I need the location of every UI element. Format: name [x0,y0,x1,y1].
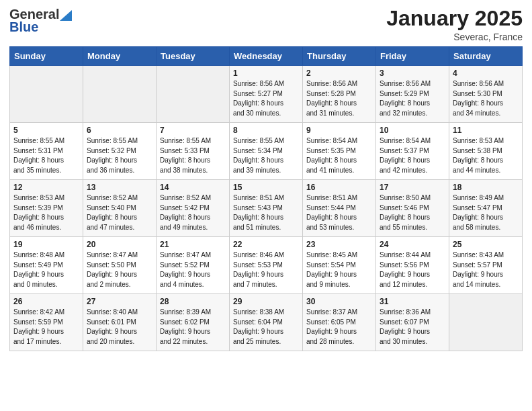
calendar-cell-w1-d7: 4Sunrise: 8:56 AMSunset: 5:30 PMDaylight… [449,66,523,123]
col-friday: Friday [376,47,449,66]
col-sunday: Sunday [10,47,83,66]
day-number: 3 [380,68,445,78]
calendar-cell-w5-d4: 29Sunrise: 8:38 AMSunset: 6:04 PMDayligh… [230,294,303,351]
calendar-cell-w4-d3: 21Sunrise: 8:47 AMSunset: 5:52 PMDayligh… [157,237,230,294]
day-info: Sunrise: 8:55 AMSunset: 5:34 PMDaylight:… [233,136,299,175]
day-number: 22 [233,240,299,249]
day-number: 9 [306,126,372,135]
day-info: Sunrise: 8:56 AMSunset: 5:27 PMDaylight:… [233,79,299,118]
day-number: 23 [306,240,372,249]
logo: General Blue [9,7,73,35]
day-number: 1 [233,68,299,78]
calendar-cell-w3-d1: 12Sunrise: 8:53 AMSunset: 5:39 PMDayligh… [10,180,83,237]
calendar-cell-w3-d3: 14Sunrise: 8:52 AMSunset: 5:42 PMDayligh… [157,180,230,237]
calendar-table: Sunday Monday Tuesday Wednesday Thursday… [9,46,523,351]
day-info: Sunrise: 8:49 AMSunset: 5:47 PMDaylight:… [453,193,519,232]
col-monday: Monday [83,47,157,66]
week-row-2: 5Sunrise: 8:55 AMSunset: 5:31 PMDaylight… [10,123,523,180]
calendar-cell-w1-d4: 1Sunrise: 8:56 AMSunset: 5:27 PMDaylight… [230,66,303,123]
location: Severac, France [386,32,523,42]
day-info: Sunrise: 8:38 AMSunset: 6:04 PMDaylight:… [233,308,299,347]
calendar-cell-w1-d2 [83,66,157,123]
day-info: Sunrise: 8:39 AMSunset: 6:02 PMDaylight:… [160,308,226,347]
month-title: January 2025 [386,7,523,30]
calendar-cell-w3-d2: 13Sunrise: 8:52 AMSunset: 5:40 PMDayligh… [83,180,157,237]
day-number: 20 [87,240,152,249]
calendar-cell-w4-d1: 19Sunrise: 8:48 AMSunset: 5:49 PMDayligh… [10,237,83,294]
day-info: Sunrise: 8:43 AMSunset: 5:57 PMDaylight:… [453,250,519,289]
day-info: Sunrise: 8:56 AMSunset: 5:28 PMDaylight:… [306,79,372,118]
day-number: 26 [13,297,79,306]
day-number: 29 [233,297,299,306]
week-row-4: 19Sunrise: 8:48 AMSunset: 5:49 PMDayligh… [10,237,523,294]
day-info: Sunrise: 8:44 AMSunset: 5:56 PMDaylight:… [380,250,445,289]
day-info: Sunrise: 8:45 AMSunset: 5:54 PMDaylight:… [306,250,372,289]
calendar-cell-w3-d6: 17Sunrise: 8:50 AMSunset: 5:46 PMDayligh… [376,180,449,237]
calendar-cell-w1-d6: 3Sunrise: 8:56 AMSunset: 5:29 PMDaylight… [376,66,449,123]
day-number: 13 [87,183,152,192]
day-info: Sunrise: 8:42 AMSunset: 5:59 PMDaylight:… [13,308,79,347]
calendar-cell-w5-d7 [449,294,523,351]
day-number: 11 [453,126,519,135]
calendar-cell-w2-d1: 5Sunrise: 8:55 AMSunset: 5:31 PMDaylight… [10,123,83,180]
col-wednesday: Wednesday [230,47,303,66]
day-number: 24 [380,240,445,249]
week-row-3: 12Sunrise: 8:53 AMSunset: 5:39 PMDayligh… [10,180,523,237]
day-info: Sunrise: 8:48 AMSunset: 5:49 PMDaylight:… [13,250,79,289]
logo-blue-text: Blue [9,19,38,35]
calendar-cell-w3-d4: 15Sunrise: 8:51 AMSunset: 5:43 PMDayligh… [230,180,303,237]
day-number: 5 [13,126,79,135]
calendar-cell-w1-d3 [157,66,230,123]
calendar-cell-w2-d6: 10Sunrise: 8:54 AMSunset: 5:37 PMDayligh… [376,123,449,180]
day-number: 27 [87,297,152,306]
calendar-cell-w4-d2: 20Sunrise: 8:47 AMSunset: 5:50 PMDayligh… [83,237,157,294]
day-number: 4 [453,68,519,78]
day-info: Sunrise: 8:56 AMSunset: 5:30 PMDaylight:… [453,79,519,118]
col-saturday: Saturday [449,47,523,66]
day-number: 25 [453,240,519,249]
calendar-cell-w5-d6: 31Sunrise: 8:36 AMSunset: 6:07 PMDayligh… [376,294,449,351]
calendar-cell-w2-d3: 7Sunrise: 8:55 AMSunset: 5:33 PMDaylight… [157,123,230,180]
header: General Blue January 2025 Severac, Franc… [9,7,523,42]
day-number: 19 [13,240,79,249]
calendar-cell-w5-d1: 26Sunrise: 8:42 AMSunset: 5:59 PMDayligh… [10,294,83,351]
calendar-cell-w2-d2: 6Sunrise: 8:55 AMSunset: 5:32 PMDaylight… [83,123,157,180]
day-number: 8 [233,126,299,135]
calendar-cell-w3-d5: 16Sunrise: 8:51 AMSunset: 5:44 PMDayligh… [303,180,376,237]
day-number: 28 [160,297,226,306]
calendar-header-row: Sunday Monday Tuesday Wednesday Thursday… [10,47,523,66]
day-number: 17 [380,183,445,192]
day-info: Sunrise: 8:52 AMSunset: 5:42 PMDaylight:… [160,193,226,232]
week-row-1: 1Sunrise: 8:56 AMSunset: 5:27 PMDaylight… [10,66,523,123]
calendar-cell-w5-d2: 27Sunrise: 8:40 AMSunset: 6:01 PMDayligh… [83,294,157,351]
day-info: Sunrise: 8:54 AMSunset: 5:37 PMDaylight:… [380,136,445,175]
day-number: 21 [160,240,226,249]
calendar-cell-w5-d5: 30Sunrise: 8:37 AMSunset: 6:05 PMDayligh… [303,294,376,351]
day-number: 10 [380,126,445,135]
day-info: Sunrise: 8:54 AMSunset: 5:35 PMDaylight:… [306,136,372,175]
col-thursday: Thursday [303,47,376,66]
calendar-cell-w4-d6: 24Sunrise: 8:44 AMSunset: 5:56 PMDayligh… [376,237,449,294]
calendar-cell-w1-d1 [10,66,83,123]
day-info: Sunrise: 8:47 AMSunset: 5:50 PMDaylight:… [87,250,152,289]
day-number: 31 [380,297,445,306]
day-info: Sunrise: 8:40 AMSunset: 6:01 PMDaylight:… [87,308,152,347]
day-info: Sunrise: 8:53 AMSunset: 5:38 PMDaylight:… [453,136,519,175]
day-info: Sunrise: 8:55 AMSunset: 5:33 PMDaylight:… [160,136,226,175]
title-block: January 2025 Severac, France [386,7,523,42]
svg-marker-0 [60,10,72,21]
day-info: Sunrise: 8:52 AMSunset: 5:40 PMDaylight:… [87,193,152,232]
day-info: Sunrise: 8:47 AMSunset: 5:52 PMDaylight:… [160,250,226,289]
day-number: 30 [306,297,372,306]
day-info: Sunrise: 8:51 AMSunset: 5:43 PMDaylight:… [233,193,299,232]
calendar-cell-w2-d7: 11Sunrise: 8:53 AMSunset: 5:38 PMDayligh… [449,123,523,180]
day-info: Sunrise: 8:36 AMSunset: 6:07 PMDaylight:… [380,308,445,347]
day-number: 14 [160,183,226,192]
day-number: 16 [306,183,372,192]
calendar-cell-w3-d7: 18Sunrise: 8:49 AMSunset: 5:47 PMDayligh… [449,180,523,237]
page: General Blue January 2025 Severac, Franc… [0,0,532,361]
week-row-5: 26Sunrise: 8:42 AMSunset: 5:59 PMDayligh… [10,294,523,351]
day-info: Sunrise: 8:55 AMSunset: 5:32 PMDaylight:… [87,136,152,175]
day-number: 15 [233,183,299,192]
day-info: Sunrise: 8:56 AMSunset: 5:29 PMDaylight:… [380,79,445,118]
